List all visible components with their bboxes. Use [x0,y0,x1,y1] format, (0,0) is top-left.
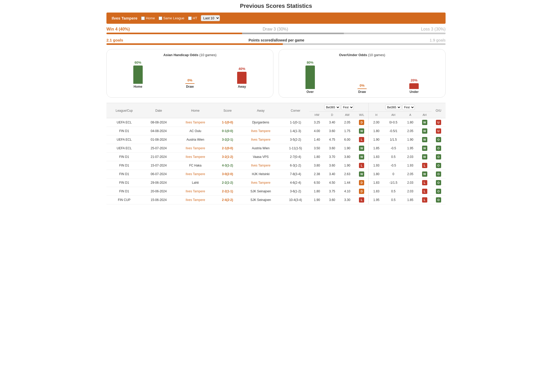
col-hw: HW [309,112,325,118]
ou-badge: O [436,137,441,142]
cell-d: 3.75 [329,189,335,193]
ht-checkbox-label[interactable]: HT [188,16,197,20]
home-team-link[interactable]: Ilves Tampere [186,146,205,150]
ah2-badge: L [422,180,427,185]
cell-away: SJK Seinajoen [240,187,282,196]
home-team-link[interactable]: Ilves Tampere [186,189,205,193]
cell-corner: 3-6(1-2) [290,189,301,193]
cell-home[interactable]: Ilves Tampere [175,153,215,161]
left-goals: 2.1 goals [106,38,123,42]
wl-badge: L [359,197,364,203]
cell-score: 3-2(2-1) [222,138,233,141]
team-name: Ilves Tampere [112,16,137,20]
cell-score: 3-2(1-2) [222,155,233,159]
cell-h: 2.00 [369,118,384,127]
cell-d: 3.60 [329,129,335,133]
cell-aw: 2.05 [344,121,350,124]
cell-d: 3.60 [329,146,335,150]
cell-h: 1.93 [369,161,384,170]
cell-a: 2.03 [407,155,413,159]
home-checkbox-label[interactable]: Home [141,16,155,20]
cell-home[interactable]: Ilves Tampere [175,118,215,127]
cell-home[interactable]: Ilves Tampere [175,144,215,153]
cell-home[interactable]: Ilves Tampere [175,170,215,179]
away-pct: 40% [238,67,245,71]
home-team-link[interactable]: Ilves Tampere [186,198,205,202]
cell-aw: 1.75 [344,129,350,133]
away-team-link[interactable]: Ilves Tampere [251,181,270,185]
goals-center-label: Points scored/allowed per game [249,38,304,42]
wl-badge: L [359,137,364,142]
cell-score: 2-2(1-2) [222,181,233,185]
cell-date: 01-08-2024 [151,138,166,141]
away-team-link[interactable]: Ilves Tampere [251,164,270,167]
cell-date: 15-06-2024 [151,198,166,202]
home-team-link[interactable]: Ilves Tampere [186,121,205,124]
away-team-link[interactable]: Ilves Tampere [251,138,270,141]
cell-ou: O [431,144,446,153]
cell-score: 2-4(2-2) [222,198,233,202]
right-goals: 1.9 goals [430,38,446,42]
col-group2: Bet365 First [369,103,431,112]
table-row: UEFA ECL01-08-2024Austria Wien3-2(2-1)Il… [106,135,446,144]
cell-home: FC Haka [175,161,215,170]
cell-a: 1.80 [407,121,413,124]
col-ah2: AH [418,112,431,118]
col-date: Date [142,103,176,118]
asian-handicap-title: Asian Handicap Odds (10 games) [109,53,271,57]
cell-away[interactable]: Ilves Tampere [240,135,282,144]
bar-home: 60% Home [133,61,143,88]
cell-ou: O [431,161,446,170]
last-n-select[interactable]: Last 10 Last 5 Last 20 [201,15,220,21]
cell-home[interactable]: Ilves Tampere [175,196,215,204]
ah2-badge: L [422,189,427,194]
home-pct: 60% [135,61,141,64]
asian-handicap-box: Asian Handicap Odds (10 games) 60% Home … [106,49,273,98]
cell-aw: 1.90 [344,146,350,150]
away-team-link[interactable]: Ilves Tampere [251,129,270,133]
group2-period-select[interactable]: First [402,105,415,110]
cell-corner: 4-6(2-4) [290,181,301,185]
group2-odds-select[interactable]: Bet365 [385,105,401,110]
cell-ou: O [431,196,446,204]
home-team-link[interactable]: Ilves Tampere [186,172,205,176]
same-league-checkbox[interactable] [159,16,162,20]
ah2-badge: W [422,137,427,142]
cell-a: 2.03 [407,181,413,185]
cell-wl: L [355,161,369,170]
cell-hw: 1.80 [314,155,320,159]
cell-wl: D [355,179,369,187]
draw-segment [242,33,344,34]
cell-d: 3.40 [329,172,335,176]
cell-away[interactable]: Ilves Tampere [240,179,282,187]
cell-home: Austria Wien [175,135,215,144]
cell-score: 2-2(1-1) [222,189,233,193]
draw-ou-pct: 0% [360,84,365,87]
home-checkbox[interactable] [141,16,145,20]
group1-odds-select[interactable]: Bet365 [324,105,340,110]
cell-hw: 6.50 [314,181,320,185]
table-row: FIN D121-07-2024Ilves Tampere3-2(1-2)Vaa… [106,153,446,161]
cell-home[interactable]: Ilves Tampere [175,187,215,196]
ht-checkbox[interactable] [188,16,192,20]
cell-corner: 1-11(1-5) [289,146,302,150]
cell-wl: D [355,187,369,196]
cell-date: 06-07-2024 [151,172,166,176]
col-wl: W/L [355,112,369,118]
over-label: Over [307,90,314,94]
group1-period-select[interactable]: First [341,105,354,110]
table-row: FIN D115-07-2024FC Haka4-3(1-2)Ilves Tam… [106,161,446,170]
col-league: League/Cup [106,103,142,118]
cell-ou: O [431,135,446,144]
scores-table: League/Cup Date Home Score Away Corner B… [106,103,446,204]
same-league-checkbox-label[interactable]: Same League [159,16,184,20]
cell-ah1: 0/-0.5 [389,121,397,124]
ou-badge: O [436,189,441,194]
wl-badge: D [359,189,364,194]
col-group1: Bet365 First [309,103,369,112]
ou-badge: U [436,128,441,134]
cell-away[interactable]: Ilves Tampere [240,161,282,170]
home-team-link[interactable]: Ilves Tampere [186,155,205,159]
cell-away[interactable]: Ilves Tampere [240,127,282,135]
ou-badge: O [436,197,441,203]
